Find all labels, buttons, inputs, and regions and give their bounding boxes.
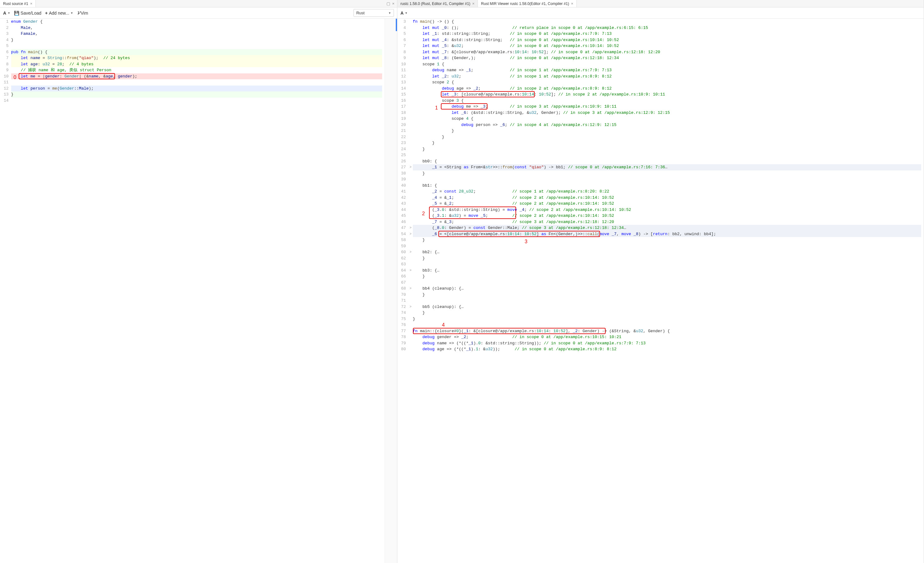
code-line[interactable]: } <box>413 170 921 177</box>
code-line[interactable]: let mut _5: &u32; // in scope 0 at /app/… <box>413 43 921 49</box>
code-line[interactable]: debug name => (*((*_1).0: &std::string::… <box>413 340 921 347</box>
code-line[interactable]: let _2: u32; // in scope 1 at /app/examp… <box>413 74 921 80</box>
code-line[interactable]: _1 = <String as From<&str>>::from(const … <box>413 164 921 170</box>
fold-toggle <box>408 98 413 104</box>
code-line[interactable]: bb3: {… <box>413 267 921 274</box>
line-number: 4 <box>4 37 9 43</box>
right-editor[interactable]: 3456789101112131415161718192021222324252… <box>398 19 924 563</box>
code-line[interactable]: // 捕获 name 和 age, 类似 struct Person <box>11 67 382 74</box>
line-number: 79 <box>401 340 406 347</box>
code-line[interactable]: } <box>413 292 921 298</box>
vim-icon: 𝓥 <box>77 10 80 15</box>
code-line[interactable]: let person = me(Gender::Male); <box>11 86 382 92</box>
code-line[interactable]: _4 = &_1; // scope 2 at /app/example.rs:… <box>413 195 921 201</box>
code-line[interactable]: _7 = &_3; // scope 3 at /app/example.rs:… <box>413 219 921 225</box>
code-line[interactable] <box>413 298 921 304</box>
code-line[interactable]: scope 3 { <box>413 98 921 104</box>
window-maximize-icon[interactable]: ▢ <box>387 1 390 6</box>
window-close-icon[interactable]: × <box>392 1 394 6</box>
close-icon[interactable]: × <box>571 1 574 6</box>
code-line[interactable]: } <box>413 237 921 243</box>
code-line[interactable]: _5 = &_2; // scope 2 at /app/example.rs:… <box>413 201 921 207</box>
code-line[interactable]: scope 1 { <box>413 61 921 68</box>
tab[interactable]: Rust MIR Viewer rustc 1.58.0(Editor #1, … <box>478 0 577 7</box>
code-line[interactable]: } <box>11 37 382 43</box>
code-line[interactable]: bb2: {… <box>413 249 921 255</box>
code-line[interactable]: } <box>413 140 921 146</box>
fold-toggle[interactable]: > <box>408 267 413 274</box>
code-line[interactable] <box>11 79 382 86</box>
add-new-button[interactable]: + Add new...▼ <box>45 11 74 15</box>
tab[interactable]: rustc 1.58.0 (Rust, Editor #1, Compiler … <box>398 0 478 7</box>
code-line[interactable]: debug gender => _2; // in scope 0 at /ap… <box>413 334 921 340</box>
code-line[interactable]: scope 2 { <box>413 79 921 86</box>
code-line[interactable]: fn main() -> () { <box>413 19 921 25</box>
code-line[interactable]: scope 4 { <box>413 116 921 122</box>
code-line[interactable]: bb0: { <box>413 158 921 165</box>
code-line[interactable]: (_3.0: &std::string::String) = move _4; … <box>413 207 921 213</box>
save-load-button[interactable]: 💾 Save/Load <box>14 11 41 15</box>
code-line[interactable]: let _1: std::string::String; // in scope… <box>413 31 921 37</box>
code-line[interactable] <box>413 152 921 158</box>
font-size-button[interactable]: A▼ <box>3 11 10 15</box>
fold-toggle[interactable]: > <box>408 164 413 170</box>
code-line[interactable]: } <box>413 146 921 152</box>
code-line[interactable]: debug person => _6; // in scope 4 at /ap… <box>413 122 921 128</box>
code-line[interactable]: (_8.0: Gender) = const Gender::Male; // … <box>413 225 921 231</box>
code-line[interactable]: let mut _0: (); // return place in scope… <box>413 25 921 31</box>
code-line[interactable]: Famale, <box>11 31 382 37</box>
language-select[interactable]: Rust ▼ <box>354 9 394 17</box>
code-line[interactable]: } <box>413 255 921 261</box>
code-line[interactable]: debug me => _3; // in scope 3 at /app/ex… <box>413 104 921 110</box>
code-line[interactable] <box>11 98 382 104</box>
code-line[interactable]: let mut _8: (Gender,); // in scope 0 at … <box>413 55 921 61</box>
vim-button[interactable]: 𝓥 Vim <box>77 10 88 15</box>
code-line[interactable] <box>413 280 921 286</box>
code-line[interactable]: pub fn main() { <box>11 49 382 56</box>
left-editor[interactable]: 1234567891011121314 enum Gender { Male, … <box>0 19 397 563</box>
code-line[interactable]: bb1: { <box>413 183 921 189</box>
minimap[interactable] <box>385 19 397 563</box>
code-line[interactable]: (_3.1: &u32) = move _5; // scope 2 at /a… <box>413 213 921 219</box>
fold-toggle[interactable]: > <box>408 225 413 231</box>
code-line[interactable] <box>413 261 921 267</box>
code-line[interactable]: Male, <box>11 25 382 31</box>
code-line[interactable]: let mut _7: &[closure@/app/example.rs:10… <box>413 49 921 56</box>
font-size-button[interactable]: A▼ <box>400 11 408 15</box>
code-line[interactable]: } <box>11 92 382 98</box>
fold-toggle[interactable]: > <box>408 285 413 292</box>
close-icon[interactable]: × <box>30 1 33 6</box>
code-line[interactable]: let mut _4: &std::string::String; // in … <box>413 37 921 43</box>
tab-rust-source[interactable]: Rust source #1 × <box>0 0 36 7</box>
code-line[interactable] <box>11 43 382 49</box>
code-line[interactable] <box>413 176 921 183</box>
code-line[interactable]: } <box>413 310 921 316</box>
code-line[interactable]: } <box>413 128 921 134</box>
fold-toggle <box>408 280 413 286</box>
fold-toggle[interactable]: > <box>408 304 413 310</box>
code-line[interactable]: _2 = const 28_u32; // scope 1 at /app/ex… <box>413 189 921 195</box>
code-line[interactable]: _6 = <[closure@/app/example.rs:10:14: 10… <box>413 231 921 237</box>
code-line[interactable]: fn main::{closure#0}(_1: &[closure@/app/… <box>413 328 921 334</box>
code-line[interactable]: debug age => (*((*_1).1: &u32)); // in s… <box>413 346 921 353</box>
code-line[interactable]: enum Gender { <box>11 19 382 25</box>
code-line[interactable]: bb5 (cleanup): {… <box>413 304 921 310</box>
code-line[interactable]: } <box>413 134 921 140</box>
code-line[interactable]: let name = String::from("qiao"); // 24 b… <box>11 55 382 61</box>
code-line[interactable]: let me = |gender: Gender| (&name, &age, … <box>11 74 382 80</box>
code-area[interactable]: fn main() -> () { let mut _0: (); // ret… <box>413 19 924 563</box>
fold-toggle[interactable]: > <box>408 231 413 237</box>
code-line[interactable]: debug age => _2; // in scope 2 at /app/e… <box>413 86 921 92</box>
code-line[interactable]: let _3: [closure@/app/example.rs:10:14: … <box>413 92 921 98</box>
code-area[interactable]: enum Gender { Male, Famale,}pub fn main(… <box>11 19 385 563</box>
close-icon[interactable]: × <box>472 1 475 6</box>
code-line[interactable]: } <box>413 316 921 322</box>
code-line[interactable]: bb4 (cleanup): {… <box>413 285 921 292</box>
code-line[interactable]: debug name => _1; // in scope 1 at /app/… <box>413 67 921 74</box>
code-line[interactable]: } <box>413 273 921 280</box>
fold-toggle[interactable]: > <box>408 249 413 255</box>
code-line[interactable] <box>413 243 921 249</box>
code-line[interactable]: let _6: (&std::string::String, &u32, Gen… <box>413 110 921 116</box>
code-line[interactable]: let age: u32 = 28; // 4 bytes <box>11 61 382 68</box>
code-line[interactable] <box>413 322 921 328</box>
